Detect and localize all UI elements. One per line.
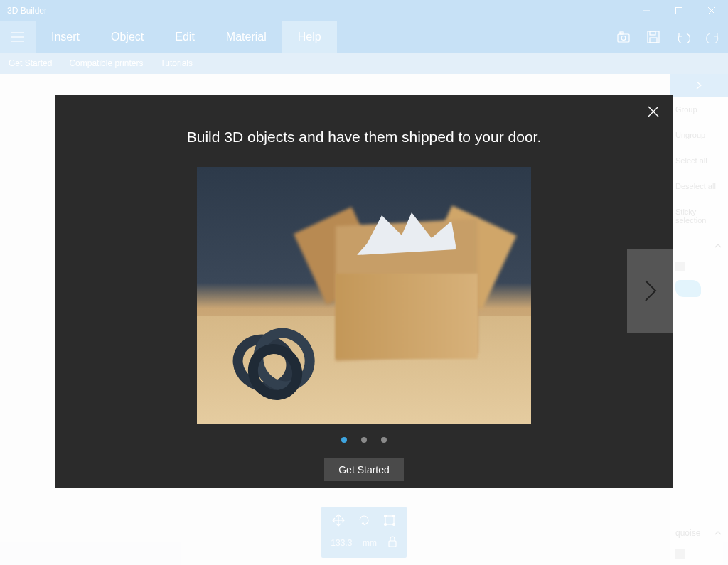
pager-dot-3[interactable] (381, 437, 387, 443)
get-started-button[interactable]: Get Started (324, 458, 404, 481)
modal-pager (341, 437, 387, 443)
modal-next-button[interactable] (627, 249, 673, 333)
app-window: 3D Builder Insert Object Edit Material H… (0, 0, 728, 565)
modal-hero-image (197, 167, 531, 424)
modal-close-button[interactable] (648, 106, 659, 120)
modal-title: Build 3D objects and have them shipped t… (187, 129, 541, 146)
welcome-modal: Build 3D objects and have them shipped t… (55, 95, 673, 488)
pager-dot-1[interactable] (341, 437, 347, 443)
pager-dot-2[interactable] (361, 437, 367, 443)
